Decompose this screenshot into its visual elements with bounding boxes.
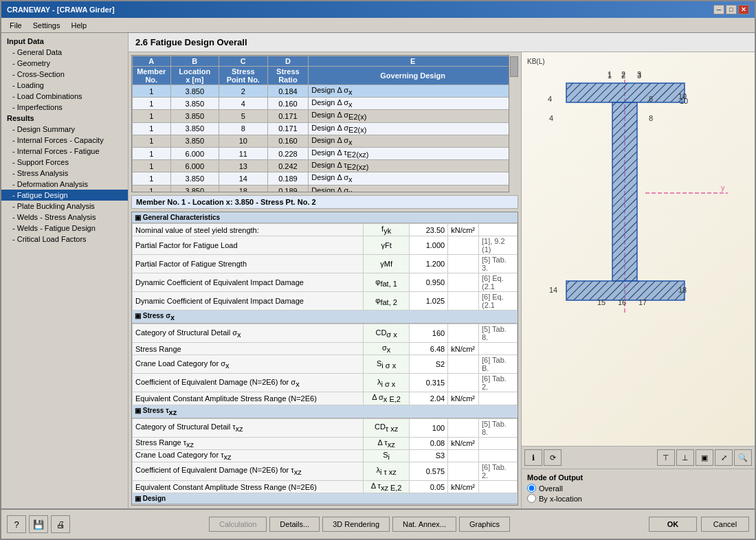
detail-row[interactable]: Category of Structural Detail σx CDσ x 1… [133,324,518,343]
results-table-scroll[interactable]: A B C D E MemberNo. Locationx [m] [131,55,518,192]
save-button[interactable]: 💾 [29,515,48,533]
section-stress-sx-header[interactable]: ▣ Stress σx [132,311,518,324]
table-row[interactable]: 1 3.850 8 0.171 Design Δ σE2(x) [133,122,518,135]
sidebar-item-loading[interactable]: - Loading [1,80,128,91]
table-row[interactable]: 1 3.850 10 0.160 Design Δ σx [133,135,518,147]
sidebar-item-plate-buckling[interactable]: - Plate Buckling Analysis [1,201,128,212]
detail-row[interactable]: Coefficient of Equivalent Damage (N=2E6)… [133,462,518,480]
detail-row[interactable]: Stress Range σx 6.48 kN/cm² [133,343,518,355]
resize-button[interactable]: ⤢ [715,449,733,466]
sidebar-item-internal-forces-fatigue[interactable]: - Internal Forces - Fatigue [1,146,128,157]
close-button[interactable]: ✕ [738,5,749,14]
menu-help[interactable]: Help [65,20,92,31]
cell-ratio: 0.184 [267,85,309,98]
table-row[interactable]: 1 6.000 13 0.242 Design Δ τE2(xz) [133,160,518,172]
right-panel: KB(L) 1 2 3 10 4 8 [521,52,755,508]
bottom-flange [566,281,685,300]
sidebar-item-general-data[interactable]: - General Data [1,47,128,58]
cell-member: 1 [133,85,171,98]
detail-row[interactable]: Coefficient of Equivalent Damage (N=2E6)… [133,374,518,392]
nat-annex-button[interactable]: Nat. Annex... [392,517,456,532]
table-row[interactable]: 1 3.850 2 0.184 Design Δ σx [133,85,518,98]
section-stress-txz-header[interactable]: ▣ Stress τxz [132,405,518,418]
sidebar-item-cross-section[interactable]: - Cross-Section [1,69,128,80]
detail-value: 23.50 [410,224,448,236]
detail-row[interactable]: Partial Factor of Fatigue Strength γMf 1… [133,255,518,273]
section-bottom-button[interactable]: ⊥ [676,449,694,466]
table-section: A B C D E MemberNo. Locationx [m] [129,52,521,508]
detail-row[interactable]: Equivalent Constant Amplitude Stress Ran… [133,392,518,405]
detail-row[interactable]: Category of Structural Detail τxz CDτ xz… [133,418,518,437]
sidebar-item-welds-stress[interactable]: - Welds - Stress Analysis [1,212,128,223]
3d-rendering-button[interactable]: 3D Rendering [322,517,390,532]
output-x-label: By x-location [539,495,582,503]
web [612,102,637,281]
section-top-button[interactable]: ⊤ [657,449,675,466]
sidebar-item-stress-analysis[interactable]: - Stress Analysis [1,168,128,179]
sidebar-item-internal-forces-capacity[interactable]: - Internal Forces - Capacity [1,135,128,146]
results-scrollbar[interactable] [509,55,518,192]
output-x-option[interactable]: By x-location [527,494,749,503]
design-table: Design Δ σx ηΔσx 0.184 ≤ 1 [5], 8 (1) De… [132,504,518,506]
detail-row[interactable]: Nominal value of steel yield strength: f… [133,224,518,236]
svg-text:10: 10 [678,92,687,100]
output-x-radio[interactable] [527,494,536,503]
output-overall-radio[interactable] [527,484,536,493]
sidebar-item-imperfections[interactable]: - Imperfections [1,102,128,113]
table-row[interactable]: 1 6.000 11 0.228 Design Δ τE2(xz) [133,147,518,159]
results-table: A B C D E MemberNo. Locationx [m] [132,56,518,192]
detail-row[interactable]: Design Δ σx ηΔσx 0.184 ≤ 1 [5], 8 (1) [133,505,518,506]
info-button[interactable]: ℹ [524,449,542,466]
print-button[interactable]: 🖨 [51,515,70,533]
toolbar-spacer [563,449,656,466]
detail-row[interactable]: Equivalent Constant Amplitude Stress Ran… [133,480,518,493]
refresh-button[interactable]: ⟳ [544,449,562,466]
ok-button[interactable]: OK [649,517,697,532]
table-row[interactable]: 1 3.850 5 0.171 Design Δ σE2(x) [133,110,518,122]
menu-settings[interactable]: Settings [27,20,66,31]
sidebar-item-fatigue-design[interactable]: - Fatigue Design [1,190,128,201]
sidebar-item-deformation-analysis[interactable]: - Deformation Analysis [1,179,128,190]
window-button[interactable]: ▣ [696,449,713,466]
sidebar-item-geometry[interactable]: - Geometry [1,58,128,69]
sidebar-item-critical-load[interactable]: - Critical Load Factors [1,234,128,245]
output-overall-option[interactable]: Overall [527,484,749,493]
graphics-button[interactable]: Graphics [459,517,510,532]
table-row[interactable]: 1 3.850 18 0.189 Design Δ σx [133,185,518,192]
node-8: 8 [649,114,653,122]
detail-row[interactable]: Partial Factor for Fatigue Load γFt 1.00… [133,236,518,255]
sidebar-item-design-summary[interactable]: - Design Summary [1,124,128,135]
menu-file[interactable]: File [4,20,27,31]
output-mode-panel: Mode of Output Overall By x-location [522,469,755,508]
sidebar-item-load-combinations[interactable]: - Load Combinations [1,91,128,102]
details-button[interactable]: Details... [269,517,320,532]
sidebar-section-input[interactable]: Input Data [1,36,128,47]
main-content: Input Data - General Data - Geometry - C… [1,33,755,508]
section-design-header[interactable]: ▣ Design [132,493,518,504]
scrollbar-thumb[interactable] [510,56,518,77]
sidebar-section-results[interactable]: Results [1,113,128,124]
section-general-header[interactable]: ▣ General Characteristics [132,212,518,223]
detail-row[interactable]: Stress Range τxz Δ τxz 0.08 kN/cm² [133,437,518,449]
svg-text:3: 3 [637,71,641,80]
table-row[interactable]: 1 3.850 14 0.189 Design Δ σx [133,172,518,185]
detail-row[interactable]: Dynamic Coefficient of Equivalent Impact… [133,273,518,292]
sidebar-item-support-forces[interactable]: - Support Forces [1,157,128,168]
sidebar-item-welds-fatigue[interactable]: - Welds - Fatigue Design [1,223,128,234]
sidebar: Input Data - General Data - Geometry - C… [1,33,129,508]
help-button[interactable]: ? [7,515,26,533]
title-bar-buttons: ─ □ ✕ [713,5,749,14]
detail-row[interactable]: Crane Load Category for τxz Si S3 [133,449,518,462]
stress-txz-table: Category of Structural Detail τxz CDτ xz… [132,418,518,494]
detail-unit: kN/cm² [448,224,479,236]
detail-row[interactable]: Crane Load Category for σx Si σ x S2 [6]… [133,355,518,374]
table-row[interactable]: 1 3.850 4 0.160 Design Δ σx [133,98,518,110]
cancel-button[interactable]: Cancel [701,517,749,532]
zoom-button[interactable]: 🔍 [734,449,752,466]
minimize-button[interactable]: ─ [713,5,724,14]
details-container[interactable]: ▣ General Characteristics Nominal value … [131,212,518,506]
maximize-button[interactable]: □ [726,5,737,14]
bottom-bar: ? 💾 🖨 Calculation Details... 3D Renderin… [1,508,755,539]
detail-row[interactable]: Dynamic Coefficient of Equivalent Impact… [133,292,518,311]
calculation-button[interactable]: Calculation [209,517,267,532]
